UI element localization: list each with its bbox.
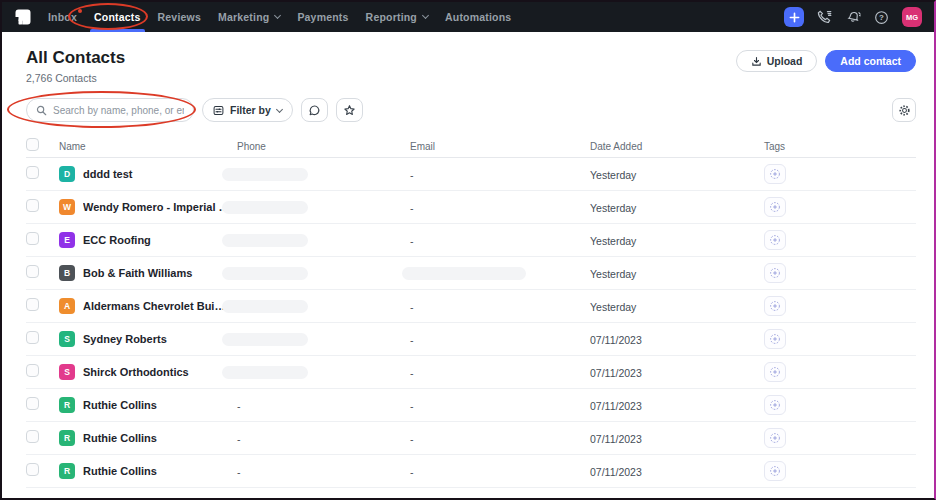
email-cell: - <box>410 198 590 216</box>
gear-icon <box>898 104 911 117</box>
search-icon <box>36 105 47 116</box>
add-tag-button[interactable] <box>764 296 786 316</box>
column-header-phone[interactable]: Phone <box>237 141 410 152</box>
nav-item-inbox[interactable]: Inbox <box>48 2 77 32</box>
redacted-phone <box>222 333 308 346</box>
table-row[interactable]: A Aldermans Chevrolet Buick GMC - Yester… <box>26 290 916 323</box>
podium-logo-icon[interactable] <box>14 8 32 26</box>
phone-cell <box>237 366 410 379</box>
redacted-phone <box>222 300 308 313</box>
row-checkbox[interactable] <box>26 463 39 476</box>
add-tag-button[interactable] <box>764 329 786 349</box>
row-checkbox[interactable] <box>26 199 39 212</box>
email-cell: - <box>410 231 590 249</box>
nav-item-label: Inbox <box>48 11 77 23</box>
user-avatar[interactable]: MG <box>902 7 922 27</box>
add-tag-button[interactable] <box>764 395 786 415</box>
add-tag-button[interactable] <box>764 461 786 481</box>
redacted-email <box>402 267 526 280</box>
chevron-down-icon <box>274 12 281 19</box>
email-value: - <box>410 202 414 214</box>
date-added: Yesterday <box>590 202 636 214</box>
search-input[interactable] <box>53 105 184 116</box>
table-row[interactable]: D dddd test - Yesterday <box>26 158 916 191</box>
phone-cell <box>237 234 410 247</box>
filter-by-label: Filter by <box>230 104 271 116</box>
unread-dot <box>78 9 82 13</box>
avatar: B <box>59 265 75 281</box>
svg-text:?: ? <box>879 13 884 22</box>
redacted-phone <box>222 234 308 247</box>
table-row[interactable]: R Ruthie Collins - - 07/11/2023 <box>26 455 916 488</box>
contact-name: Aldermans Chevrolet Buick GMC <box>83 300 237 312</box>
phone-calls-icon[interactable] <box>817 9 833 25</box>
create-new-button[interactable] <box>784 7 804 27</box>
nav-item-reviews[interactable]: Reviews <box>158 2 201 32</box>
table-row[interactable]: W Wendy Romero - Imperial Tile & ... - Y… <box>26 191 916 224</box>
contact-name: Ruthie Collins <box>83 465 163 477</box>
table-settings-button[interactable] <box>892 98 916 122</box>
row-checkbox[interactable] <box>26 397 39 410</box>
table-row[interactable]: R Ruthie Collins - - 07/11/2023 <box>26 422 916 455</box>
email-cell: - <box>410 462 590 480</box>
column-header-tags[interactable]: Tags <box>764 141 916 152</box>
email-value: - <box>410 169 414 181</box>
add-contact-button[interactable]: Add contact <box>825 50 916 72</box>
upload-button[interactable]: Upload <box>736 50 818 72</box>
main-content: All Contacts 2,766 Contacts Upload Add c… <box>2 32 934 488</box>
email-cell <box>410 267 590 280</box>
add-tag-button[interactable] <box>764 428 786 448</box>
row-checkbox[interactable] <box>26 430 39 443</box>
page-header: All Contacts 2,766 Contacts Upload Add c… <box>26 48 916 84</box>
email-value: - <box>410 334 414 346</box>
nav-item-automations[interactable]: Automations <box>445 2 511 32</box>
search-field[interactable] <box>26 98 194 122</box>
phone-cell <box>237 267 410 280</box>
table-row[interactable]: E ECC Roofing - Yesterday <box>26 224 916 257</box>
date-added: 07/11/2023 <box>590 400 642 412</box>
add-tag-button[interactable] <box>764 197 786 217</box>
redacted-phone <box>222 366 308 379</box>
add-tag-button[interactable] <box>764 362 786 382</box>
nav-item-payments[interactable]: Payments <box>297 2 348 32</box>
select-all-checkbox[interactable] <box>26 138 39 151</box>
add-tag-icon <box>769 300 781 312</box>
row-checkbox[interactable] <box>26 298 39 311</box>
nav-item-marketing[interactable]: Marketing <box>218 2 280 32</box>
notifications-icon[interactable] <box>846 10 861 25</box>
add-tag-button[interactable] <box>764 263 786 283</box>
row-checkbox[interactable] <box>26 331 39 344</box>
row-checkbox[interactable] <box>26 364 39 377</box>
column-header-date-added[interactable]: Date Added <box>590 141 764 152</box>
phone-value: - <box>237 433 241 445</box>
row-checkbox[interactable] <box>26 232 39 245</box>
help-icon[interactable]: ? <box>874 10 889 25</box>
upload-icon <box>751 56 762 67</box>
add-tag-button[interactable] <box>764 230 786 250</box>
email-value: - <box>410 301 414 313</box>
phone-cell <box>237 333 410 346</box>
table-row[interactable]: S Shirck Orthodontics - 07/11/2023 <box>26 356 916 389</box>
table-row[interactable]: S Sydney Roberts - 07/11/2023 <box>26 323 916 356</box>
nav-item-label: Payments <box>297 11 348 23</box>
date-added: Yesterday <box>590 268 636 280</box>
filter-by-button[interactable]: Filter by <box>202 98 293 122</box>
column-header-name[interactable]: Name <box>59 141 237 152</box>
nav-item-reporting[interactable]: Reporting <box>366 2 428 32</box>
column-header-email[interactable]: Email <box>410 141 590 152</box>
starred-filter-button[interactable] <box>336 98 363 122</box>
contact-name: dddd test <box>83 168 139 180</box>
avatar: S <box>59 331 75 347</box>
nav-item-label: Reviews <box>158 11 201 23</box>
table-row[interactable]: B Bob & Faith Williams Yesterday <box>26 257 916 290</box>
email-value: - <box>410 235 414 247</box>
row-checkbox[interactable] <box>26 166 39 179</box>
message-filter-button[interactable] <box>301 98 328 122</box>
table-row[interactable]: R Ruthie Collins - - 07/11/2023 <box>26 389 916 422</box>
avatar: A <box>59 298 75 314</box>
row-checkbox[interactable] <box>26 265 39 278</box>
nav-item-contacts[interactable]: Contacts <box>94 2 141 32</box>
chat-bubble-icon <box>308 104 321 117</box>
nav-items: Inbox Contacts Reviews Marketing Payment… <box>48 2 511 32</box>
add-tag-button[interactable] <box>764 164 786 184</box>
